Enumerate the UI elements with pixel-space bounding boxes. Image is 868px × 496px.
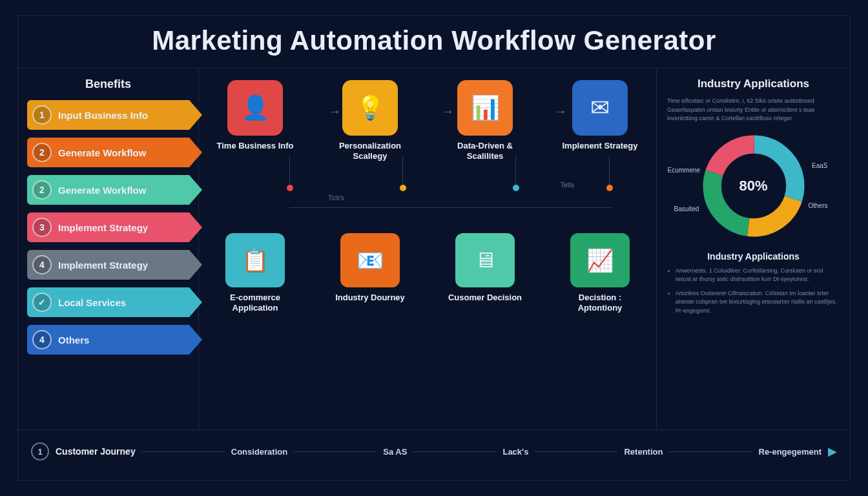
industry-donut-chart: 80% Ecummene Basuited EaaS Others xyxy=(699,131,809,241)
journey-stage: Customer Journey xyxy=(56,446,136,457)
step-generate-workflow-2[interactable]: 2Generate Workflow xyxy=(27,175,189,205)
card-decision-autonomy: 📈Decistion : Aptontiony xyxy=(558,233,642,314)
mail-icon: 📧 xyxy=(340,233,400,287)
connector-dot xyxy=(287,185,293,191)
connector-dot xyxy=(606,185,613,191)
step-badge: 4 xyxy=(32,255,52,274)
bullet-item: Anwernests. 1 Coluidiirer. Corfetilarsin… xyxy=(667,267,840,284)
step-badge: 4 xyxy=(32,330,52,349)
workflow-diagram: 👤Time Business Info 💡Personalization Sca… xyxy=(199,68,656,429)
step-label: Generate Workflow xyxy=(58,147,146,158)
growth-icon: 📈 xyxy=(570,233,630,287)
card-label: Cusomer Decision xyxy=(448,293,522,303)
industry-blurb: Time eificstiec or Conslistinr, i, 62 Si… xyxy=(667,97,840,123)
step-label: Input Business Info xyxy=(58,110,148,121)
journey-number: 1 xyxy=(31,442,49,460)
small-label: Tick's xyxy=(328,194,344,202)
step-label: Implement Strategy xyxy=(58,222,148,233)
card-implement: ✉Implenent Strategy xyxy=(558,80,642,162)
list-icon: 📋 xyxy=(225,233,285,287)
page-title: Marketing Automation Workflow Generator xyxy=(18,16,850,68)
step-input-business[interactable]: 1Input Business Info xyxy=(27,100,189,130)
monitor-icon: 🖥 xyxy=(455,233,515,287)
card-time-business: 👤Time Business Info xyxy=(213,80,297,162)
arrow-right-icon: → xyxy=(328,104,341,119)
donut-label: EaaS xyxy=(812,162,827,169)
card-label: Personalization Scallegy xyxy=(328,141,412,162)
bullet-item: Arturtires Outisrerer Cifrraiszation. Ci… xyxy=(667,289,840,316)
step-generate-workflow[interactable]: 2Generate Workflow xyxy=(27,138,189,167)
benefits-heading: Benefits xyxy=(27,78,189,91)
step-label: Local Services xyxy=(58,297,126,308)
step-badge: 3 xyxy=(32,218,52,237)
timeline-line xyxy=(294,451,377,452)
journey-item: Lack's xyxy=(502,447,528,457)
lightbulb-icon: 💡 xyxy=(342,80,398,136)
step-label: Implement Strategy xyxy=(58,260,148,271)
timeline-line xyxy=(669,451,752,452)
step-local-services[interactable]: ✓Local Services xyxy=(27,287,189,317)
card-personalization: 💡Personalization Scallegy xyxy=(328,80,412,162)
donut-label: Basuited xyxy=(674,205,699,212)
step-implement-strategy[interactable]: 3Implement Strategy xyxy=(27,212,189,242)
connector-line xyxy=(402,156,403,188)
step-label: Generate Workflow xyxy=(58,185,146,196)
journey-item: Re-engegement xyxy=(759,447,822,457)
card-label: Industry Dourney xyxy=(335,293,405,303)
card-industry-journey: 📧Industry Dourney xyxy=(328,233,412,314)
journey-item: Consideration xyxy=(231,447,287,457)
journey-item: Sa AS xyxy=(383,447,407,457)
small-label: Tetla xyxy=(561,181,574,189)
connector-dot xyxy=(400,185,406,191)
journey-item: Retention xyxy=(624,447,663,457)
arrow-right-icon: → xyxy=(441,104,454,119)
step-implement-strategy-2[interactable]: 4Implement Strategy xyxy=(27,250,189,280)
timeline-line xyxy=(413,451,496,452)
donut-label: Ecummene xyxy=(668,167,701,174)
connector-line xyxy=(289,156,290,188)
donut-center-value: 80% xyxy=(699,131,809,241)
step-badge: ✓ xyxy=(32,293,52,312)
benefits-panel: Benefits 1Input Business Info 2Generate … xyxy=(18,68,199,429)
step-badge: 1 xyxy=(32,105,52,125)
chart-icon: 📊 xyxy=(457,80,513,136)
connector-dot xyxy=(513,185,519,191)
card-data-driven: 📊Data-Driven & Scalilites xyxy=(443,80,527,162)
card-label: Time Business Info xyxy=(217,141,294,151)
card-label: Decistion : Aptontiony xyxy=(558,293,642,314)
industry-panel: Industry Applications Time eificstiec or… xyxy=(656,68,850,429)
card-label: E-commerce Application xyxy=(213,293,297,314)
step-badge: 2 xyxy=(32,180,52,200)
timeline-line xyxy=(535,451,617,452)
industry-heading: Industry Applications xyxy=(667,78,840,90)
connector-line xyxy=(609,156,610,188)
card-customer-decision: 🖥Cusomer Decision xyxy=(443,233,527,314)
connector-line xyxy=(515,156,516,188)
journey-timeline: 1 Customer Journey Consideration Sa AS L… xyxy=(18,430,850,473)
play-arrow-icon: ▶ xyxy=(828,444,837,459)
industry-subheading: Industry Applications xyxy=(667,251,840,262)
donut-label: Others xyxy=(808,202,827,209)
arrow-right-icon: → xyxy=(554,104,567,119)
timeline-line xyxy=(142,451,225,452)
card-label: Implenent Strategy xyxy=(562,141,637,151)
connector-hline xyxy=(289,207,612,208)
step-badge: 2 xyxy=(32,143,52,162)
card-label: Data-Driven & Scalilites xyxy=(443,141,527,162)
step-others[interactable]: 4Others xyxy=(27,325,189,355)
person-document-icon: 👤 xyxy=(227,80,283,136)
envelope-icon: ✉ xyxy=(572,80,628,136)
card-ecommerce: 📋E-commerce Application xyxy=(213,233,297,314)
step-label: Others xyxy=(58,335,89,346)
